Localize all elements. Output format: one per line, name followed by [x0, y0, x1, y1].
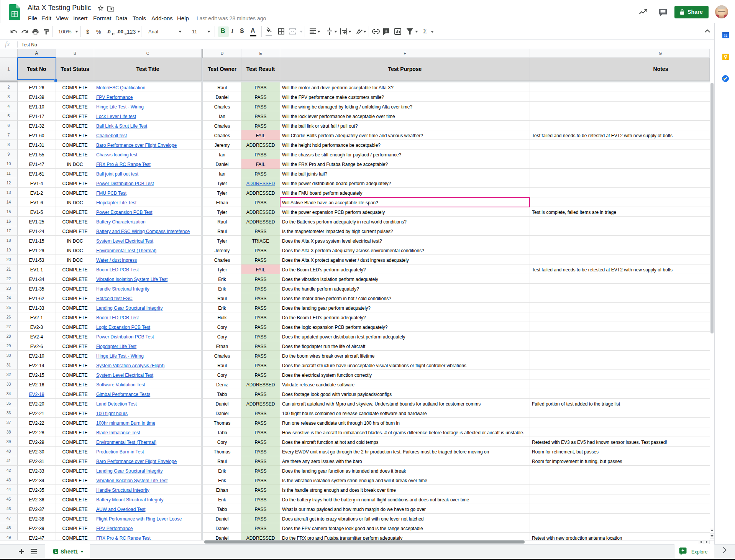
svg-text:31: 31 — [724, 34, 728, 38]
